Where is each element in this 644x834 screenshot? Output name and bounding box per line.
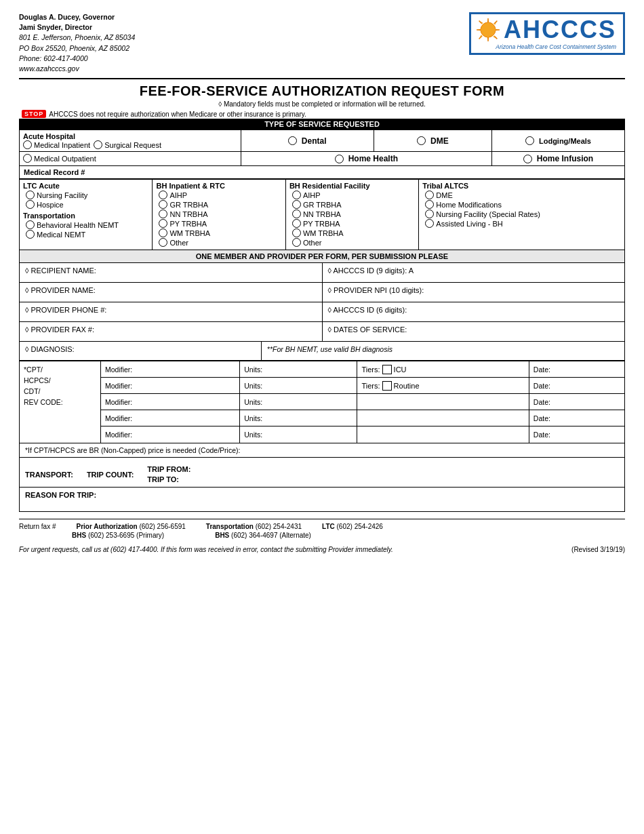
other2-radio[interactable] xyxy=(292,238,301,247)
lodging-radio[interactable] xyxy=(525,136,534,145)
py-trbha2-item[interactable]: PY TRBHA xyxy=(289,219,415,228)
medical-outpatient-radio[interactable] xyxy=(23,154,32,163)
director-name: Jami Snyder, Director xyxy=(19,22,135,33)
surgical-request-radio[interactable] xyxy=(94,140,102,149)
dental-item[interactable]: Dental xyxy=(245,136,370,146)
nn-trbha2-item[interactable]: NN TRBHA xyxy=(289,210,415,218)
dme-tribal-item[interactable]: DME xyxy=(422,191,621,199)
surgical-request-item[interactable]: Surgical Request xyxy=(94,140,161,149)
gr-trbha2-radio[interactable] xyxy=(292,200,301,209)
cpt-rows: Modifier: Units: Tiers: ICU Date: Modifi… xyxy=(101,361,624,443)
ltc-table: LTC Acute Nursing Facility Hospice Trans… xyxy=(19,179,625,250)
nursing-facility-special-item[interactable]: Nursing Facility (Special Rates) xyxy=(422,210,621,218)
cpt-tiers-3 xyxy=(357,394,529,410)
ahcccs-id-9-field: ◊ AHCCCS ID (9 digits): A xyxy=(323,263,625,282)
prior-auth-label: Prior Authorization (602) 256-6591 xyxy=(76,523,185,530)
stop-note: AHCCCS does not require authorization wh… xyxy=(49,111,306,118)
ltc-header-row: LTC Acute Nursing Facility Hospice Trans… xyxy=(20,180,625,250)
cpt-modifier-4: Modifier: xyxy=(101,410,240,426)
wm-trbha1-label: WM TRBHA xyxy=(169,229,210,237)
medical-nemt-item[interactable]: Medical NEMT xyxy=(23,230,148,239)
nn-trbha1-radio[interactable] xyxy=(159,210,167,218)
trip-count-item: TRIP COUNT: xyxy=(87,465,134,483)
assisted-living-item[interactable]: Assisted Living - BH xyxy=(422,219,621,228)
cpt-date-3: Date: xyxy=(529,394,624,410)
nursing-facility-special-radio[interactable] xyxy=(425,210,434,218)
nursing-facility-item[interactable]: Nursing Facility xyxy=(23,191,148,199)
bhs-primary: BHS (602) 253-6695 (Primary) xyxy=(72,532,164,539)
dental-radio[interactable] xyxy=(288,136,297,145)
gr-trbha2-item[interactable]: GR TRBHA xyxy=(289,200,415,209)
dme-item[interactable]: DME xyxy=(378,136,488,146)
medical-record-label: Medical Record # xyxy=(24,168,85,176)
gr-trbha1-item[interactable]: GR TRBHA xyxy=(156,200,281,209)
footer-bhs-row: BHS (602) 253-6695 (Primary) BHS (602) 3… xyxy=(19,532,625,539)
cpt-units-3: Units: xyxy=(240,394,357,410)
service-row-1: Acute Hospital Medical Inpatient Surgica… xyxy=(20,130,625,152)
nursing-facility-radio[interactable] xyxy=(26,191,35,199)
py-trbha1-item[interactable]: PY TRBHA xyxy=(156,219,281,228)
trip-count-label: TRIP COUNT: xyxy=(87,471,134,479)
tribal-altcs-label: Tribal ALTCS xyxy=(422,182,621,190)
cpt-tiers-5 xyxy=(357,426,529,443)
wm-trbha2-item[interactable]: WM TRBHA xyxy=(289,229,415,237)
aihp1-item[interactable]: AIHP xyxy=(156,191,281,199)
py-trbha1-radio[interactable] xyxy=(159,219,167,228)
dme-tribal-radio[interactable] xyxy=(425,191,434,199)
home-infusion-radio[interactable] xyxy=(523,155,532,163)
home-modifications-radio[interactable] xyxy=(425,200,434,209)
cpt-row-3: Modifier: Units: Date: xyxy=(101,394,624,410)
py-trbha2-radio[interactable] xyxy=(292,219,301,228)
medical-inpatient-item[interactable]: Medical Inpatient xyxy=(23,140,90,149)
home-infusion-label: Home Infusion xyxy=(537,154,593,163)
cpt-date-1: Date: xyxy=(529,361,624,377)
form-fields: ◊ RECIPIENT NAME: ◊ AHCCCS ID (9 digits)… xyxy=(19,263,625,361)
home-health-item[interactable]: Home Health xyxy=(245,154,488,163)
provider-phone-label: ◊ PROVIDER PHONE #: xyxy=(25,306,106,314)
form-title: FEE-FOR-SERVICE AUTHORIZATION REQUEST FO… xyxy=(19,83,625,99)
header: Douglas A. Ducey, Governor Jami Snyder, … xyxy=(19,12,625,79)
gr-trbha1-radio[interactable] xyxy=(159,200,167,209)
logo-subtitle: Arizona Health Care Cost Containment Sys… xyxy=(475,43,616,50)
wm-trbha2-label: WM TRBHA xyxy=(303,229,344,237)
transport-label: TRANSPORT: xyxy=(25,471,73,479)
logo-letters: AHCCCS xyxy=(504,18,616,42)
lodging-cell: Lodging/Meals xyxy=(491,130,624,152)
assisted-living-radio[interactable] xyxy=(425,219,434,228)
provider-phone-row: ◊ PROVIDER PHONE #: ◊ AHCCCS ID (6 digit… xyxy=(20,302,624,322)
other2-item[interactable]: Other xyxy=(289,238,415,247)
home-health-radio[interactable] xyxy=(335,155,344,163)
bhs-primary-number: (602) 253-6695 (Primary) xyxy=(88,532,164,539)
dme-radio[interactable] xyxy=(417,136,426,145)
nn-trbha1-item[interactable]: NN TRBHA xyxy=(156,210,281,218)
aihp2-item[interactable]: AIHP xyxy=(289,191,415,199)
other1-item[interactable]: Other xyxy=(156,238,281,247)
bh-nemt-label: Behavioral Health NEMT xyxy=(37,221,119,229)
aihp2-radio[interactable] xyxy=(292,191,301,199)
bh-nemt-item[interactable]: Behavioral Health NEMT xyxy=(23,220,148,229)
other1-radio[interactable] xyxy=(159,238,167,247)
medical-nemt-radio[interactable] xyxy=(26,230,35,239)
transport-section: TRANSPORT: TRIP COUNT: TRIP FROM: TRIP T… xyxy=(19,458,625,488)
bh-nemt-radio[interactable] xyxy=(26,220,35,229)
nn-trbha2-radio[interactable] xyxy=(292,210,301,218)
lodging-item[interactable]: Lodging/Meals xyxy=(496,136,621,145)
wm-trbha1-radio[interactable] xyxy=(159,229,167,237)
transport-item: TRANSPORT: xyxy=(25,465,73,483)
medical-outpatient-item[interactable]: Medical Outpatient xyxy=(23,154,237,163)
type-of-service-header: TYPE OF SERVICE REQUESTED xyxy=(19,119,625,130)
transport-row: TRANSPORT: TRIP COUNT: TRIP FROM: TRIP T… xyxy=(25,465,619,483)
address1: 801 E. Jefferson, Phoenix, AZ 85034 xyxy=(19,33,135,43)
medical-inpatient-radio[interactable] xyxy=(23,140,32,149)
home-infusion-item[interactable]: Home Infusion xyxy=(496,154,621,163)
wm-trbha2-radio[interactable] xyxy=(292,229,301,237)
cpt-units-2: Units: xyxy=(240,378,357,393)
transportation-label: Transportation xyxy=(23,212,148,220)
aihp1-radio[interactable] xyxy=(159,191,167,199)
prior-auth-bold: Prior Authorization xyxy=(76,523,137,530)
wm-trbha1-item[interactable]: WM TRBHA xyxy=(156,229,281,237)
home-modifications-item[interactable]: Home Modifications xyxy=(422,200,621,209)
hospice-item[interactable]: Hospice xyxy=(23,200,148,209)
hospice-radio[interactable] xyxy=(26,200,35,209)
recipient-name-field: ◊ RECIPIENT NAME: xyxy=(20,263,323,282)
